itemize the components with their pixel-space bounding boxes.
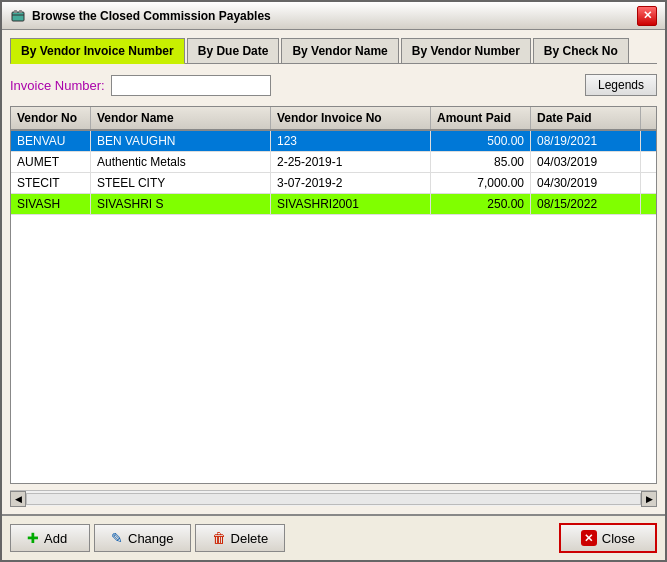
title-bar-left: Browse the Closed Commission Payables (10, 8, 271, 24)
col-header-vendor-no: Vendor No (11, 107, 91, 129)
tab-bar: By Vendor Invoice Number By Due Date By … (10, 38, 657, 64)
cell-vendor-no: STECIT (11, 173, 91, 193)
delete-label: Delete (231, 531, 269, 546)
table-header: Vendor No Vendor Name Vendor Invoice No … (11, 107, 656, 131)
cell-vendor-invoice-no: 123 (271, 131, 431, 151)
cell-amount-paid: 250.00 (431, 194, 531, 214)
cell-vendor-name: SIVASHRI S (91, 194, 271, 214)
add-icon: ✚ (27, 530, 39, 546)
cell-amount-paid: 500.00 (431, 131, 531, 151)
footer-left-buttons: ✚ Add ✎ Change 🗑 Delete (10, 524, 285, 552)
table-row[interactable]: BENVAU BEN VAUGHN 123 500.00 08/19/2021 (11, 131, 656, 152)
title-bar: Browse the Closed Commission Payables ✕ (2, 2, 665, 30)
svg-rect-2 (14, 10, 17, 13)
cell-vendor-no: SIVASH (11, 194, 91, 214)
window-title: Browse the Closed Commission Payables (32, 9, 271, 23)
content-area: By Vendor Invoice Number By Due Date By … (2, 30, 665, 514)
change-icon: ✎ (111, 530, 123, 546)
scroll-right-button[interactable]: ▶ (641, 491, 657, 507)
data-table: Vendor No Vendor Name Vendor Invoice No … (10, 106, 657, 484)
cell-date-paid: 04/30/2019 (531, 173, 641, 193)
close-x-icon: ✕ (581, 530, 597, 546)
window-close-button[interactable]: ✕ (637, 6, 657, 26)
cell-date-paid: 04/03/2019 (531, 152, 641, 172)
footer: ✚ Add ✎ Change 🗑 Delete ✕ Close (2, 514, 665, 560)
main-window: Browse the Closed Commission Payables ✕ … (0, 0, 667, 562)
add-label: Add (44, 531, 67, 546)
cell-vendor-name: Authentic Metals (91, 152, 271, 172)
scroll-left-button[interactable]: ◀ (10, 491, 26, 507)
close-label: Close (602, 531, 635, 546)
col-header-amount-paid: Amount Paid (431, 107, 531, 129)
table-row[interactable]: SIVASH SIVASHRI S SIVASHRI2001 250.00 08… (11, 194, 656, 215)
search-left: Invoice Number: (10, 75, 271, 96)
cell-vendor-invoice-no: 3-07-2019-2 (271, 173, 431, 193)
cell-date-paid: 08/15/2022 (531, 194, 641, 214)
cell-vendor-invoice-no: 2-25-2019-1 (271, 152, 431, 172)
search-bar: Invoice Number: Legends (10, 70, 657, 100)
col-header-vendor-name: Vendor Name (91, 107, 271, 129)
svg-rect-0 (12, 12, 24, 21)
table-row[interactable]: STECIT STEEL CITY 3-07-2019-2 7,000.00 0… (11, 173, 656, 194)
search-input[interactable] (111, 75, 271, 96)
cell-amount-paid: 85.00 (431, 152, 531, 172)
add-button[interactable]: ✚ Add (10, 524, 90, 552)
cell-vendor-no: BENVAU (11, 131, 91, 151)
cell-vendor-invoice-no: SIVASHRI2001 (271, 194, 431, 214)
cell-date-paid: 08/19/2021 (531, 131, 641, 151)
tab-check-no[interactable]: By Check No (533, 38, 629, 63)
table-row[interactable]: AUMET Authentic Metals 2-25-2019-1 85.00… (11, 152, 656, 173)
tab-vendor-number[interactable]: By Vendor Number (401, 38, 531, 63)
svg-rect-3 (19, 10, 22, 13)
legends-button[interactable]: Legends (585, 74, 657, 96)
cell-vendor-name: BEN VAUGHN (91, 131, 271, 151)
horizontal-scrollbar[interactable]: ◀ ▶ (10, 490, 657, 506)
cell-vendor-no: AUMET (11, 152, 91, 172)
tab-vendor-name[interactable]: By Vendor Name (281, 38, 398, 63)
window-icon (10, 8, 26, 24)
tab-vendor-invoice[interactable]: By Vendor Invoice Number (10, 38, 185, 64)
close-button[interactable]: ✕ Close (559, 523, 657, 553)
cell-amount-paid: 7,000.00 (431, 173, 531, 193)
col-header-date-paid: Date Paid (531, 107, 641, 129)
delete-button[interactable]: 🗑 Delete (195, 524, 286, 552)
table-body: BENVAU BEN VAUGHN 123 500.00 08/19/2021 … (11, 131, 656, 483)
scroll-track[interactable] (26, 493, 641, 505)
search-label: Invoice Number: (10, 78, 105, 93)
change-label: Change (128, 531, 174, 546)
delete-icon: 🗑 (212, 530, 226, 546)
tab-due-date[interactable]: By Due Date (187, 38, 280, 63)
change-button[interactable]: ✎ Change (94, 524, 191, 552)
cell-vendor-name: STEEL CITY (91, 173, 271, 193)
col-header-vendor-invoice-no: Vendor Invoice No (271, 107, 431, 129)
